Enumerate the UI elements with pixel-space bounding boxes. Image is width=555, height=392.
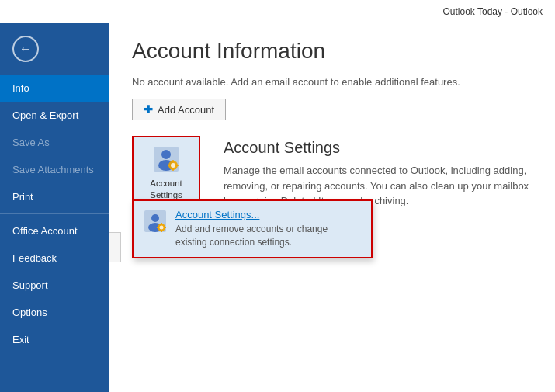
sidebar-item-feedback[interactable]: Feedback xyxy=(0,245,109,272)
account-settings-dropdown: Account Settings... Add and remove accou… xyxy=(132,199,373,258)
page-title: Account Information xyxy=(132,39,532,64)
content-area: Account Information No account available… xyxy=(109,23,555,392)
svg-rect-17 xyxy=(165,227,167,228)
svg-point-13 xyxy=(160,226,164,230)
svg-rect-15 xyxy=(161,231,162,233)
top-bar-label: Outlook Today - Outlook xyxy=(442,6,543,17)
account-settings-dropdown-item[interactable]: Account Settings... Add and remove accou… xyxy=(134,201,371,257)
sidebar-item-print[interactable]: Print xyxy=(0,183,109,210)
main-area: ← Info Open & Export Save As Save Attach… xyxy=(0,23,555,392)
back-circle-icon: ← xyxy=(12,36,39,62)
account-settings-heading: Account Settings xyxy=(224,139,532,157)
no-account-text: No account available. Add an email accou… xyxy=(132,76,532,88)
svg-point-4 xyxy=(171,163,175,168)
dropdown-item-text: Account Settings... Add and remove accou… xyxy=(175,209,362,249)
svg-rect-16 xyxy=(157,227,159,228)
dropdown-item-desc: Add and remove accounts or change existi… xyxy=(175,223,362,249)
sidebar-item-options[interactable]: Options xyxy=(0,299,109,326)
sidebar-item-exit[interactable]: Exit xyxy=(0,326,109,353)
dropdown-item-title: Account Settings... xyxy=(175,209,362,220)
svg-rect-7 xyxy=(168,165,170,166)
sidebar-item-open-export[interactable]: Open & Export xyxy=(0,102,109,129)
dropdown-item-icon xyxy=(143,209,168,234)
svg-rect-14 xyxy=(161,223,162,225)
svg-rect-5 xyxy=(172,160,174,162)
sidebar-item-office-account[interactable]: Office Account xyxy=(0,217,109,245)
svg-point-1 xyxy=(161,150,171,159)
svg-rect-6 xyxy=(172,168,174,171)
svg-rect-8 xyxy=(176,165,179,166)
sidebar-divider xyxy=(0,213,109,214)
plus-icon: ✚ xyxy=(144,103,153,116)
sidebar: ← Info Open & Export Save As Save Attach… xyxy=(0,23,109,392)
back-button[interactable]: ← xyxy=(6,29,45,68)
add-account-label: Add Account xyxy=(158,104,214,116)
sidebar-item-save-attachments: Save Attachments xyxy=(0,156,109,183)
tools-button[interactable]: Tools ▾ xyxy=(109,232,121,262)
account-settings-section: Account Settings ▾ xyxy=(132,136,532,262)
add-account-button[interactable]: ✚ Add Account xyxy=(132,99,226,120)
sidebar-item-support[interactable]: Support xyxy=(0,272,109,299)
account-settings-icon xyxy=(151,144,182,175)
top-bar: Outlook Today - Outlook xyxy=(0,0,555,23)
sidebar-item-save-as: Save As xyxy=(0,129,109,156)
sidebar-item-info[interactable]: Info xyxy=(0,75,109,102)
svg-point-10 xyxy=(151,214,159,222)
